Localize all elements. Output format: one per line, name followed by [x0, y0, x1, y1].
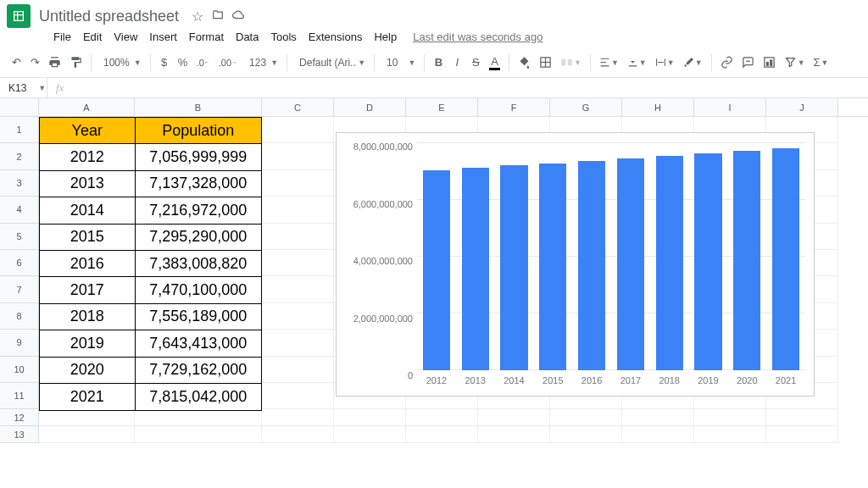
functions-button[interactable]: Σ▼: [810, 53, 832, 73]
cell[interactable]: [262, 143, 334, 169]
table-cell[interactable]: 2018: [40, 304, 136, 330]
wrap-button[interactable]: ▼: [652, 53, 678, 73]
menu-view[interactable]: View: [108, 29, 143, 45]
italic-button[interactable]: I: [448, 53, 465, 73]
table-cell[interactable]: 2017: [40, 277, 136, 302]
table-header-year[interactable]: Year: [40, 118, 136, 143]
cell[interactable]: [478, 426, 550, 443]
cell[interactable]: [262, 250, 334, 276]
document-title[interactable]: Untitled spreadsheet: [39, 8, 179, 25]
cell[interactable]: [334, 426, 406, 443]
text-color-button[interactable]: A: [486, 53, 504, 73]
rotate-button[interactable]: ▼: [680, 53, 706, 73]
menu-help[interactable]: Help: [368, 29, 403, 45]
bar-2013[interactable]: [462, 168, 489, 370]
font-size-select[interactable]: 10▼: [380, 53, 419, 73]
table-cell[interactable]: 7,137,328,000: [136, 171, 261, 197]
select-all-corner[interactable]: [0, 98, 39, 116]
table-cell[interactable]: 7,556,189,000: [136, 304, 261, 330]
menu-file[interactable]: File: [47, 29, 77, 45]
col-header-D[interactable]: D: [334, 98, 406, 116]
cell[interactable]: [262, 197, 334, 223]
col-header-G[interactable]: G: [550, 98, 622, 116]
bar-2018[interactable]: [656, 156, 683, 370]
table-cell[interactable]: 2013: [40, 171, 136, 197]
table-cell[interactable]: 2015: [40, 225, 136, 250]
cell[interactable]: [478, 409, 550, 426]
cell[interactable]: [406, 426, 478, 443]
row-header-13[interactable]: 13: [0, 426, 39, 443]
cell[interactable]: [262, 276, 334, 302]
menu-data[interactable]: Data: [230, 29, 264, 45]
menu-tools[interactable]: Tools: [264, 29, 302, 45]
row-header-5[interactable]: 5: [0, 224, 39, 250]
table-cell[interactable]: 2012: [40, 144, 136, 169]
bar-2014[interactable]: [500, 165, 527, 370]
table-cell[interactable]: 2019: [40, 330, 136, 356]
cell[interactable]: [766, 426, 838, 443]
row-header-7[interactable]: 7: [0, 276, 39, 302]
more-formats-button[interactable]: 123▼: [242, 53, 281, 73]
currency-button[interactable]: $: [156, 53, 173, 73]
row-header-3[interactable]: 3: [0, 170, 39, 197]
cell[interactable]: [262, 426, 334, 443]
strikethrough-button[interactable]: S: [467, 53, 484, 73]
print-button[interactable]: [45, 53, 64, 73]
filter-button[interactable]: ▼: [781, 53, 809, 73]
cell[interactable]: [622, 426, 694, 443]
col-header-J[interactable]: J: [766, 98, 838, 116]
chart[interactable]: 2012201320142015201620172018201920202021…: [336, 132, 815, 396]
row-header-4[interactable]: 4: [0, 197, 39, 223]
table-header-population[interactable]: Population: [136, 118, 261, 143]
col-header-A[interactable]: A: [39, 98, 135, 116]
link-button[interactable]: [717, 53, 737, 73]
cell[interactable]: [262, 117, 334, 143]
row-header-11[interactable]: 11: [0, 383, 39, 409]
name-box[interactable]: K13▼: [0, 78, 47, 97]
cell[interactable]: [550, 426, 622, 443]
menu-insert[interactable]: Insert: [143, 29, 183, 45]
row-header-8[interactable]: 8: [0, 303, 39, 330]
percent-button[interactable]: %: [175, 53, 192, 73]
menu-extensions[interactable]: Extensions: [303, 29, 369, 45]
row-header-2[interactable]: 2: [0, 143, 39, 169]
col-header-I[interactable]: I: [694, 98, 766, 116]
cell[interactable]: [262, 303, 334, 330]
star-icon[interactable]: ☆: [189, 8, 206, 25]
font-select[interactable]: Default (Ari...▼: [292, 53, 369, 73]
cell[interactable]: [694, 409, 766, 426]
bar-2019[interactable]: [694, 153, 721, 370]
cell[interactable]: [766, 409, 838, 426]
menu-edit[interactable]: Edit: [77, 29, 108, 45]
move-icon[interactable]: [209, 8, 226, 24]
table-cell[interactable]: 2016: [40, 251, 136, 276]
col-header-C[interactable]: C: [262, 98, 334, 116]
v-align-button[interactable]: ▼: [624, 53, 650, 73]
cell[interactable]: [550, 409, 622, 426]
cell[interactable]: [262, 357, 334, 383]
row-header-6[interactable]: 6: [0, 250, 39, 276]
table-cell[interactable]: 7,216,972,000: [136, 197, 261, 223]
cell[interactable]: [406, 409, 478, 426]
table-cell[interactable]: 2020: [40, 358, 136, 383]
cell[interactable]: [262, 224, 334, 250]
row-header-9[interactable]: 9: [0, 330, 39, 356]
fill-color-button[interactable]: [515, 53, 534, 73]
cell[interactable]: [694, 426, 766, 443]
cell[interactable]: [334, 409, 406, 426]
cell[interactable]: [39, 409, 135, 426]
row-header-1[interactable]: 1: [0, 117, 39, 143]
formula-input[interactable]: [72, 78, 868, 97]
row-header-12[interactable]: 12: [0, 409, 39, 426]
cell[interactable]: [262, 330, 334, 356]
last-edit-link[interactable]: Last edit was seconds ago: [413, 30, 542, 43]
cloud-icon[interactable]: [230, 8, 247, 24]
redo-button[interactable]: ↷: [26, 53, 43, 73]
table-cell[interactable]: 7,383,008,820: [136, 251, 261, 276]
table-cell[interactable]: 7,470,100,000: [136, 277, 261, 302]
cell[interactable]: [622, 409, 694, 426]
cell[interactable]: [39, 426, 135, 443]
table-cell[interactable]: 7,056,999,999: [136, 144, 261, 169]
cell[interactable]: [135, 426, 262, 443]
sheets-logo[interactable]: [7, 4, 31, 28]
